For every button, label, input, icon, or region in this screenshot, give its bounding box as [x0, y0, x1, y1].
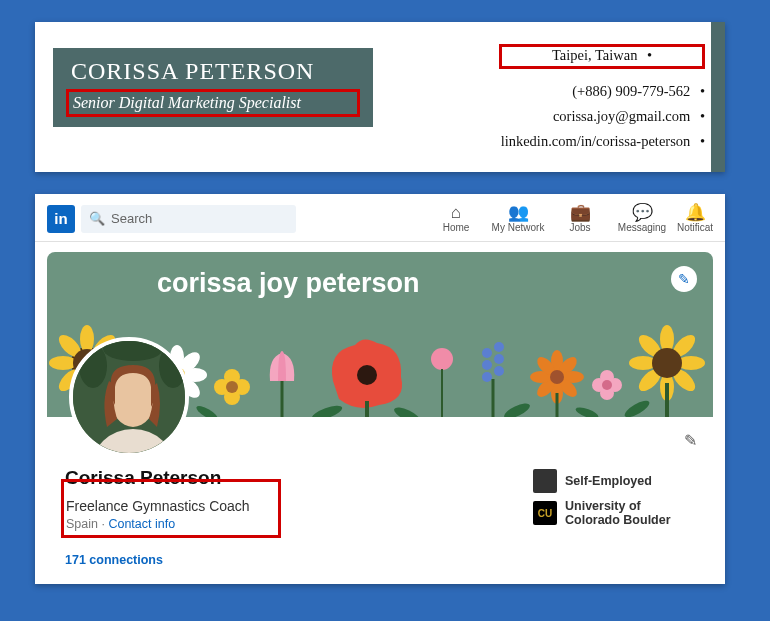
- nav-notifications-label: Notificat: [677, 222, 713, 233]
- svg-point-25: [431, 348, 453, 370]
- linkedin-logo[interactable]: in: [47, 205, 75, 233]
- resume-title-highlight: Senior Digital Marketing Specialist: [66, 89, 360, 117]
- svg-point-26: [482, 348, 492, 358]
- resume-card: CORISSA PETERSON Senior Digital Marketin…: [35, 22, 725, 172]
- education-logo: CU: [533, 501, 557, 525]
- resume-location: Taipei, Taiwan: [552, 47, 637, 63]
- contact-info-link[interactable]: Contact info: [108, 517, 175, 531]
- resume-email-row: corissa.joy@gmail.com •: [455, 108, 705, 125]
- svg-point-23: [226, 381, 238, 393]
- search-placeholder: Search: [111, 211, 152, 226]
- resume-linkedin-row: linkedin.com/in/corissa-peterson •: [455, 133, 705, 150]
- resume-phone-row: (+886) 909-779-562 •: [455, 83, 705, 100]
- pencil-icon: ✎: [678, 271, 690, 287]
- nav-messaging-label: Messaging: [618, 222, 666, 233]
- svg-point-61: [622, 398, 651, 417]
- nav-messaging[interactable]: 💬 Messaging: [611, 204, 673, 233]
- svg-point-24: [357, 365, 377, 385]
- resume-name-block: CORISSA PETERSON Senior Digital Marketin…: [53, 48, 373, 127]
- nav-notifications[interactable]: 🔔 Notificat: [673, 204, 717, 233]
- chat-icon: 💬: [611, 204, 673, 222]
- pencil-icon: ✎: [684, 432, 697, 449]
- svg-point-27: [482, 360, 492, 370]
- svg-point-57: [310, 403, 343, 417]
- nav-jobs[interactable]: 💼 Jobs: [549, 204, 611, 233]
- resume-name: CORISSA PETERSON: [71, 58, 355, 85]
- svg-point-60: [574, 405, 599, 417]
- bullet-icon: •: [700, 108, 705, 124]
- svg-point-58: [392, 405, 422, 417]
- banner-name: corissa joy peterson: [157, 268, 420, 299]
- svg-point-40: [550, 370, 564, 384]
- linkedin-nav: ⌂ Home 👥 My Network 💼 Jobs 💬 Messaging 🔔…: [425, 204, 717, 233]
- profile-location-line: Spain · Contact info: [66, 517, 272, 531]
- people-icon: 👥: [487, 204, 549, 222]
- svg-point-56: [195, 404, 220, 417]
- linkedin-profile-body: ✎ Corissa Peterson Freelance Gymnastics …: [47, 417, 713, 567]
- education-name: University of Colorado Boulder: [565, 499, 695, 527]
- svg-point-31: [494, 366, 504, 376]
- resume-contact-column: Taipei, Taiwan • (+886) 909-779-562 • co…: [455, 22, 725, 172]
- resume-accent-bar: [711, 22, 725, 172]
- resume-left: CORISSA PETERSON Senior Digital Marketin…: [35, 22, 455, 172]
- nav-home-label: Home: [443, 222, 470, 233]
- edit-banner-button[interactable]: ✎: [671, 266, 697, 292]
- nav-network-label: My Network: [492, 222, 545, 233]
- bullet-icon: •: [700, 133, 705, 149]
- nav-jobs-label: Jobs: [569, 222, 590, 233]
- svg-point-28: [482, 372, 492, 382]
- briefcase-icon: 💼: [549, 204, 611, 222]
- resume-phone: (+886) 909-779-562: [572, 83, 690, 99]
- profile-headline: Freelance Gymnastics Coach: [66, 498, 272, 514]
- svg-point-30: [494, 354, 504, 364]
- svg-point-7: [49, 356, 77, 370]
- connections-link[interactable]: 171 connections: [65, 553, 355, 567]
- svg-point-54: [652, 348, 682, 378]
- employer-row[interactable]: Self-Employed: [533, 469, 695, 493]
- nav-network[interactable]: 👥 My Network: [487, 204, 549, 233]
- profile-right-column: Self-Employed CU University of Colorado …: [533, 467, 695, 567]
- linkedin-card: in 🔍 Search ⌂ Home 👥 My Network 💼 Jobs 💬…: [35, 194, 725, 584]
- bullet-icon: •: [647, 47, 652, 63]
- resume-location-row: Taipei, Taiwan •: [455, 44, 705, 75]
- resume-title: Senior Digital Marketing Specialist: [73, 94, 353, 112]
- bullet-icon: •: [700, 83, 705, 99]
- profile-left-column: Corissa Peterson Freelance Gymnastics Co…: [65, 467, 355, 567]
- employer-logo: [533, 469, 557, 493]
- bell-icon: 🔔: [673, 204, 717, 222]
- edit-profile-button[interactable]: ✎: [684, 431, 697, 450]
- resume-email: corissa.joy@gmail.com: [553, 108, 690, 124]
- resume-linkedin: linkedin.com/in/corissa-peterson: [501, 133, 691, 149]
- resume-location-highlight: Taipei, Taiwan •: [499, 44, 705, 69]
- employer-name: Self-Employed: [565, 474, 652, 488]
- profile-location: Spain: [66, 517, 98, 531]
- svg-point-29: [494, 342, 504, 352]
- svg-point-45: [602, 380, 612, 390]
- svg-point-59: [502, 401, 532, 417]
- home-icon: ⌂: [425, 204, 487, 222]
- education-row[interactable]: CU University of Colorado Boulder: [533, 499, 695, 527]
- search-input[interactable]: 🔍 Search: [81, 205, 296, 233]
- headline-highlight: Freelance Gymnastics Coach Spain · Conta…: [61, 479, 281, 538]
- search-icon: 🔍: [89, 211, 105, 226]
- nav-home[interactable]: ⌂ Home: [425, 204, 487, 233]
- linkedin-topbar: in 🔍 Search ⌂ Home 👥 My Network 💼 Jobs 💬…: [35, 194, 725, 242]
- avatar[interactable]: [69, 337, 189, 457]
